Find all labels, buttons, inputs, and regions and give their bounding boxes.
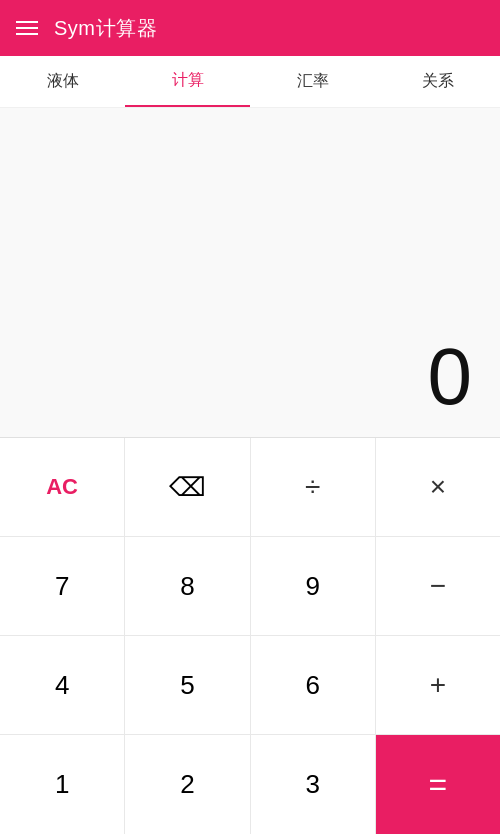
tab-bar: 液体 计算 汇率 关系 bbox=[0, 56, 500, 108]
key-ac[interactable]: AC bbox=[0, 438, 125, 536]
app-header: Sym计算器 bbox=[0, 0, 500, 56]
key-backspace[interactable]: ⌫ bbox=[125, 438, 250, 536]
tab-exchange[interactable]: 汇率 bbox=[250, 56, 375, 107]
key-7[interactable]: 7 bbox=[0, 537, 125, 635]
key-9[interactable]: 9 bbox=[251, 537, 376, 635]
keypad-row-4: 1 2 3 = bbox=[0, 735, 500, 834]
key-equals[interactable]: = bbox=[376, 735, 500, 834]
key-1[interactable]: 1 bbox=[0, 735, 125, 834]
keypad-row-3: 4 5 6 + bbox=[0, 636, 500, 735]
key-multiply[interactable]: × bbox=[376, 438, 500, 536]
display-value: 0 bbox=[428, 337, 473, 417]
keypad-row-2: 7 8 9 − bbox=[0, 537, 500, 636]
key-8[interactable]: 8 bbox=[125, 537, 250, 635]
key-5[interactable]: 5 bbox=[125, 636, 250, 734]
tab-liquid[interactable]: 液体 bbox=[0, 56, 125, 107]
keypad-row-1: AC ⌫ ÷ × bbox=[0, 438, 500, 537]
key-6[interactable]: 6 bbox=[251, 636, 376, 734]
menu-icon[interactable] bbox=[16, 21, 38, 35]
tab-relation[interactable]: 关系 bbox=[375, 56, 500, 107]
app-title: Sym计算器 bbox=[54, 15, 157, 42]
key-2[interactable]: 2 bbox=[125, 735, 250, 834]
key-subtract[interactable]: − bbox=[376, 537, 500, 635]
key-divide[interactable]: ÷ bbox=[251, 438, 376, 536]
key-4[interactable]: 4 bbox=[0, 636, 125, 734]
key-3[interactable]: 3 bbox=[251, 735, 376, 834]
display-area: 0 bbox=[0, 108, 500, 438]
key-add[interactable]: + bbox=[376, 636, 500, 734]
keypad: AC ⌫ ÷ × 7 8 9 − 4 5 bbox=[0, 438, 500, 834]
tab-calculate[interactable]: 计算 bbox=[125, 56, 250, 107]
